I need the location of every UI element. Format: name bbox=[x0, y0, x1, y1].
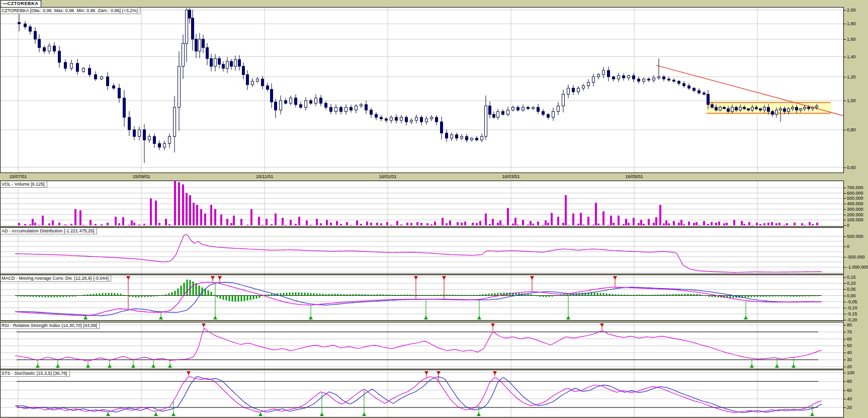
y-axis-label: 400.000 bbox=[843, 201, 867, 206]
y-axis-label: -0,20 bbox=[843, 317, 867, 322]
y-axis-label: 70 bbox=[843, 329, 867, 335]
x-axis-date-label: 16/03/01 bbox=[496, 174, 526, 180]
volume-panel-header: VOL - Volume [6.125] bbox=[1, 181, 47, 188]
y-axis-label: 60 bbox=[843, 388, 867, 393]
y-axis-label: 0,00 bbox=[843, 293, 867, 298]
volume-chart[interactable] bbox=[1, 181, 843, 226]
y-axis-label: 200.000 bbox=[843, 212, 867, 217]
chart-tab-label: CZTOREBKA bbox=[8, 1, 39, 6]
y-axis-label: 0,05 bbox=[843, 287, 867, 292]
y-axis-label: 700.000 bbox=[843, 185, 867, 190]
x-axis-date-label: 15/11/01 bbox=[249, 174, 280, 180]
x-axis-date-label: 16/01/01 bbox=[373, 174, 403, 180]
y-axis-label: 0 bbox=[843, 223, 867, 228]
y-axis-label: 2,00 bbox=[843, 8, 867, 13]
y-axis-label: -500.000 bbox=[843, 255, 867, 260]
stochastic-chart[interactable] bbox=[1, 370, 843, 417]
chart-tab[interactable]: —CZTOREBKA bbox=[1, 0, 41, 8]
y-axis-label: 50 bbox=[843, 343, 867, 348]
legend-dash-icon: — bbox=[3, 1, 8, 6]
y-axis-label: -0,05 bbox=[843, 299, 867, 304]
y-axis-label: 1,40 bbox=[843, 54, 867, 59]
y-axis-label: 30 bbox=[843, 357, 867, 362]
y-axis-label: 0,60 bbox=[843, 165, 867, 170]
y-axis-label: -0,10 bbox=[843, 305, 867, 310]
y-axis-label: 20 bbox=[843, 364, 867, 369]
y-axis-label: 80 bbox=[843, 322, 867, 327]
price-panel-header: CZTOREBKA [Otw.: 0,96 Max: 0,96 Min: 0,9… bbox=[1, 8, 140, 14]
y-axis-label: 40 bbox=[843, 396, 867, 401]
y-axis-label: 100 bbox=[843, 370, 867, 375]
candlestick-chart[interactable] bbox=[1, 8, 843, 173]
y-axis-label: 500.000 bbox=[843, 234, 867, 239]
accumulation-distribution-panel[interactable]: AD - Accumulation Distribution [-1.221.4… bbox=[0, 227, 844, 274]
price-panel[interactable]: CZTOREBKA [Otw.: 0,96 Max: 0,96 Min: 0,9… bbox=[0, 7, 844, 173]
x-axis-date-label: 15/07/01 bbox=[3, 174, 33, 180]
y-axis-label: 0 bbox=[843, 244, 867, 249]
y-axis-label: 60 bbox=[843, 337, 867, 342]
y-axis-label: 40 bbox=[843, 350, 867, 355]
y-axis-label: 1,60 bbox=[843, 37, 867, 42]
volume-panel[interactable]: VOL - Volume [6.125] bbox=[0, 181, 844, 227]
sts-panel-header: STS - Stochastic (15,3,5) [36,78] bbox=[1, 370, 70, 377]
ad-panel-header: AD - Accumulation Distribution [-1.221.4… bbox=[1, 228, 97, 234]
accumulation-distribution-chart[interactable] bbox=[1, 228, 843, 274]
macd-panel[interactable]: MACD - Moving Average Conv. Div. (12,26,… bbox=[0, 275, 844, 321]
y-axis-label: 0,10 bbox=[843, 281, 867, 286]
y-axis-label: 100.000 bbox=[843, 217, 867, 222]
macd-chart[interactable] bbox=[1, 275, 843, 320]
macd-panel-header: MACD - Moving Average Conv. Div. (12,26,… bbox=[1, 275, 111, 282]
y-axis-label: -1.000.000 bbox=[843, 265, 867, 270]
y-axis-label: 0,80 bbox=[843, 127, 867, 132]
y-axis-label: 80 bbox=[843, 379, 867, 384]
y-axis-label: 300.000 bbox=[843, 207, 867, 212]
x-axis-date-label: 15/09/01 bbox=[126, 174, 156, 180]
y-axis-label: 20 bbox=[843, 405, 867, 410]
rsi-chart[interactable] bbox=[1, 322, 843, 369]
y-axis-label: 1,80 bbox=[843, 21, 867, 26]
x-axis-date-label: 16/05/01 bbox=[619, 174, 649, 180]
y-axis-label: 600.000 bbox=[843, 191, 867, 196]
y-axis-label: 500.000 bbox=[843, 196, 867, 201]
y-axis-label: 0,15 bbox=[843, 275, 867, 280]
y-axis-label: 1,00 bbox=[843, 98, 867, 103]
y-axis-label: 1,20 bbox=[843, 74, 867, 79]
y-axis-label: -0,15 bbox=[843, 311, 867, 316]
stochastic-panel[interactable]: STS - Stochastic (15,3,5) [36,78] bbox=[0, 370, 844, 417]
rsi-panel-header: RSI - Relative Strength Index (14,30,70)… bbox=[1, 322, 100, 329]
rsi-panel[interactable]: RSI - Relative Strength Index (14,30,70)… bbox=[0, 322, 844, 369]
